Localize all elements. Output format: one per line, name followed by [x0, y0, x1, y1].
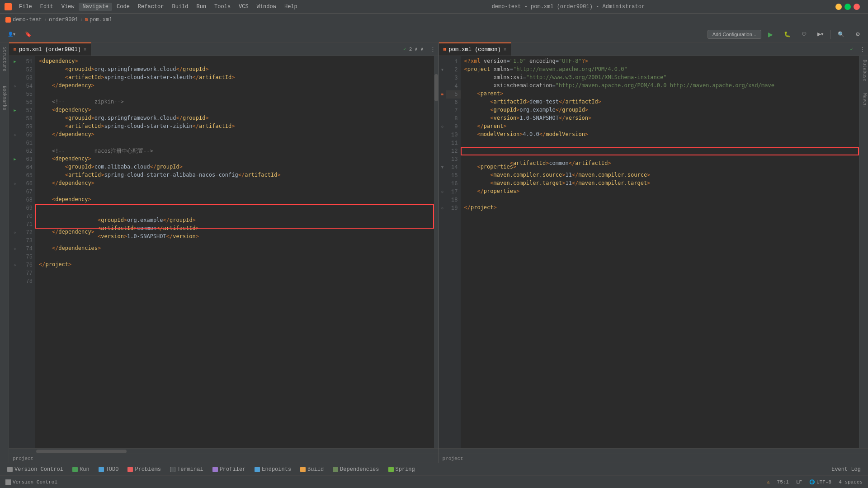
tab-version-control[interactable]: Version Control — [4, 465, 67, 474]
maven-panel-label[interactable]: Maven — [859, 89, 868, 110]
settings-button[interactable]: ⚙ — [851, 29, 864, 39]
status-indent[interactable]: 4 spaces — [839, 479, 863, 485]
run-icon-51[interactable]: ▶ — [14, 58, 16, 66]
gutter-58 — [9, 115, 21, 123]
maximize-button[interactable] — [844, 4, 851, 10]
status-encoding[interactable]: 🌐 UTF-8 — [809, 479, 831, 485]
fold-icon-19[interactable]: ◇ — [441, 204, 443, 212]
bookmark-74[interactable]: ◇ — [14, 245, 16, 253]
menu-refactor[interactable]: Refactor — [134, 3, 168, 11]
fold-11 — [439, 139, 446, 147]
rcode-3: xmlns:xsi="http://www.w3.org/2001/XMLSch… — [461, 74, 859, 82]
tab-profiler[interactable]: Profiler — [209, 465, 250, 474]
event-log-btn[interactable]: Event Log — [828, 465, 864, 474]
highlight-bot — [35, 221, 434, 229]
bookmark-76[interactable]: ◇ — [14, 261, 16, 269]
run-button[interactable]: ▶ — [764, 29, 777, 40]
menu-help[interactable]: Help — [281, 3, 301, 11]
structure-panel-label[interactable]: Structure — [1, 44, 8, 74]
hint-up[interactable]: ∧ — [415, 46, 418, 52]
left-tab-close[interactable]: × — [84, 47, 87, 52]
menu-file[interactable]: File — [15, 3, 36, 11]
vcs-icon — [5, 479, 11, 485]
fold-16 — [439, 180, 446, 188]
debug-button[interactable]: 🐛 — [780, 29, 795, 39]
right-tab-menu-btn[interactable]: ⋮ — [857, 42, 868, 56]
right-hscrollbar[interactable] — [439, 448, 868, 454]
right-tab-active[interactable]: m pom.xml (common) × — [439, 42, 512, 56]
toolbar-bookmark-btn[interactable]: 🔖 — [21, 29, 36, 39]
menu-vcs[interactable]: VCS — [235, 3, 252, 11]
fold-icon-17[interactable]: ◇ — [441, 188, 443, 196]
left-scrollbar-thumb[interactable] — [434, 74, 438, 101]
bookmarks-panel-label[interactable]: Bookmarks — [1, 83, 8, 113]
add-configuration-button[interactable]: Add Configuration... — [708, 30, 761, 39]
coverage-button[interactable]: 🛡 — [797, 30, 811, 39]
rln-19: 19 — [446, 204, 461, 212]
menu-tools[interactable]: Tools — [211, 3, 234, 11]
toolbar-profile-btn[interactable]: 👤▾ — [4, 30, 19, 38]
left-scrollbar[interactable] — [434, 56, 439, 448]
menu-run[interactable]: Run — [193, 3, 210, 11]
fold-15 — [439, 172, 446, 180]
run-icon-63[interactable]: ▶ — [14, 155, 16, 164]
right-code-lines[interactable]: <?xml version="1.0" encoding="UTF-8"?> <… — [461, 56, 859, 448]
tab-spring[interactable]: Spring — [385, 465, 419, 474]
tab-profiler-label: Profiler — [220, 466, 246, 473]
left-code-lines[interactable]: <dependency> <groupId>org.springframewor… — [35, 56, 434, 448]
hint-down[interactable]: ∨ — [420, 46, 424, 52]
code-line-55 — [35, 90, 434, 99]
rln-1: 1 — [446, 58, 461, 66]
minimize-button[interactable] — [835, 4, 842, 10]
breadcrumb-project[interactable]: demo-test — [13, 17, 42, 23]
fold-14: ▼ — [439, 164, 446, 172]
gutter-69 — [9, 204, 21, 212]
left-tab-menu-btn[interactable]: ⋮ — [427, 42, 439, 56]
tab-terminal-label: Terminal — [177, 466, 203, 473]
menu-window[interactable]: Window — [253, 3, 280, 11]
left-footer: project — [9, 454, 439, 463]
run-icon-57[interactable]: ▶ — [14, 107, 16, 115]
fold-icon-2[interactable]: ▼ — [441, 66, 443, 74]
search-button[interactable]: 🔍 — [834, 29, 849, 39]
close-button[interactable] — [854, 4, 860, 10]
code-line-75 — [35, 253, 434, 261]
tab-build[interactable]: Build — [297, 465, 327, 474]
code-line-53: <artifactId>spring-cloud-starter-sleuth<… — [35, 74, 434, 82]
status-position[interactable]: 75:1 — [777, 479, 789, 485]
left-hscrollbar[interactable] — [9, 448, 439, 454]
fold-icon-14[interactable]: ▼ — [441, 164, 443, 172]
gutter-77 — [9, 269, 21, 277]
breadcrumb-module[interactable]: order9001 — [49, 17, 78, 23]
breadcrumb-file[interactable]: m pom.xml — [85, 17, 112, 23]
bookmark-54[interactable]: ◇ — [14, 82, 16, 90]
tab-run[interactable]: Run — [69, 465, 93, 474]
database-panel-label[interactable]: Database — [859, 56, 868, 85]
menu-view[interactable]: View — [58, 3, 78, 11]
fold-icon-9[interactable]: ◇ — [441, 123, 443, 131]
menu-code[interactable]: Code — [113, 3, 133, 11]
tab-todo[interactable]: TODO — [95, 465, 123, 474]
tab-dependencies[interactable]: Dependencies — [329, 465, 382, 474]
code-line-78 — [35, 277, 434, 286]
bookmark-72[interactable]: ◇ — [14, 229, 16, 237]
code-line-54: </dependency> — [35, 82, 434, 90]
rcode-9: </parent> — [461, 123, 859, 131]
menu-edit[interactable]: Edit — [37, 3, 57, 11]
fold-7 — [439, 107, 446, 115]
gutter-68 — [9, 196, 21, 204]
bookmark-60[interactable]: ◇ — [14, 131, 16, 139]
menu-navigate[interactable]: Navigate — [79, 3, 112, 11]
tab-terminal[interactable]: Terminal — [166, 465, 207, 474]
right-tab-close[interactable]: × — [504, 47, 507, 52]
status-warnings[interactable]: ⚠ — [767, 479, 770, 485]
bookmark-66[interactable]: ◇ — [14, 180, 16, 188]
status-vcs[interactable]: Version Control — [5, 479, 57, 485]
tab-problems[interactable]: Problems — [124, 465, 165, 474]
left-tab-active[interactable]: m pom.xml (order9001) × — [9, 42, 91, 56]
menu-build[interactable]: Build — [168, 3, 192, 11]
more-run-btn[interactable]: ▶▾ — [813, 29, 828, 39]
tab-endpoints[interactable]: Endpoints — [251, 465, 295, 474]
left-hscrollbar-thumb[interactable] — [36, 450, 127, 453]
status-linesep[interactable]: LF — [796, 479, 802, 485]
